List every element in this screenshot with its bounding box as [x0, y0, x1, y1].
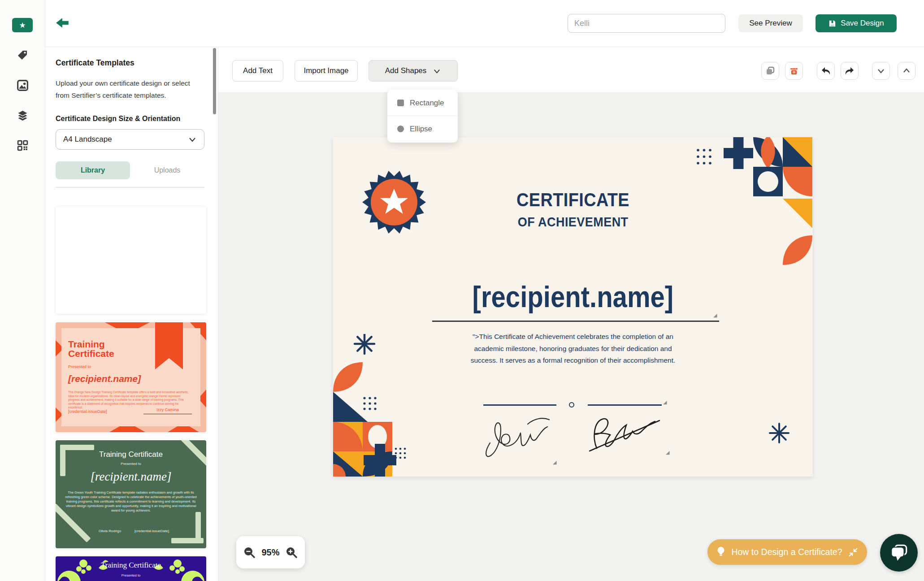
certificate-canvas[interactable]: CERTIFICATE OF ACHIEVEMENT [recipient.na…: [333, 137, 813, 477]
star-logo-icon[interactable]: ★: [12, 18, 33, 32]
template-thumb-orange-training[interactable]: Training Certificate Presented to [recip…: [56, 322, 206, 432]
orange-template-date: [credential.issueDate]: [68, 409, 107, 414]
collapse-icon: [848, 547, 859, 558]
library-uploads-tabs: Library Uploads: [56, 161, 204, 179]
rectangle-shape-icon: [397, 100, 404, 106]
signature-line-left[interactable]: [483, 404, 556, 406]
chat-bubbles-icon: [889, 542, 909, 563]
orange-template-title: Training Certificate: [68, 339, 114, 358]
see-preview-button[interactable]: See Preview: [738, 14, 803, 32]
chat-button[interactable]: [880, 534, 918, 572]
redo-button[interactable]: [841, 62, 859, 80]
duplicate-icon: [765, 66, 775, 76]
green-template-signer: Olivia Rodrigo: [99, 529, 121, 533]
save-design-label: Save Design: [841, 19, 884, 28]
add-text-label: Add Text: [243, 66, 273, 75]
size-select-value: A4 Landscape: [63, 135, 112, 144]
save-design-button[interactable]: Save Design: [816, 14, 897, 32]
icon-rail: ★: [0, 0, 45, 581]
ellipse-shape-icon: [397, 126, 404, 132]
zoom-level: 95%: [261, 547, 279, 558]
add-shapes-button[interactable]: Add Shapes: [369, 60, 458, 82]
import-image-button[interactable]: Import Image: [295, 60, 358, 82]
green-decor-bar: [195, 512, 201, 543]
grid-icon[interactable]: [16, 139, 29, 152]
design-name-input[interactable]: [568, 14, 725, 33]
signature-right[interactable]: [584, 409, 667, 456]
orange-template-body: The Orange New Design Training Certifica…: [68, 390, 190, 410]
panel-title: Certificate Templates: [56, 58, 134, 68]
tab-uploads[interactable]: Uploads: [130, 161, 204, 179]
signature-line-right[interactable]: [588, 404, 662, 406]
menu-item-ellipse[interactable]: Ellipse: [387, 116, 458, 142]
undo-icon: [820, 65, 831, 76]
trash-icon: [789, 66, 799, 76]
resize-handle[interactable]: ◢: [663, 400, 667, 405]
ellipse-label: Ellipse: [410, 125, 432, 134]
template-thumb-blank[interactable]: [56, 207, 206, 314]
chevron-down-icon: [876, 66, 885, 75]
certificate-description[interactable]: ">This Certificate of Achievement celebr…: [333, 331, 813, 367]
help-label: How to Design a Certificate?: [731, 547, 842, 557]
import-image-label: Import Image: [304, 66, 348, 75]
size-select[interactable]: A4 Landscape: [56, 129, 204, 150]
orange-template-presented: Presented to: [68, 364, 91, 369]
certificate-subtitle[interactable]: OF ACHIEVEMENT: [333, 214, 813, 230]
tag-icon[interactable]: [16, 48, 29, 62]
undo-button[interactable]: [817, 62, 835, 80]
asterisk-decor: [769, 423, 790, 443]
add-shapes-label: Add Shapes: [385, 66, 427, 75]
signature-dot: [569, 402, 574, 408]
save-icon: [828, 19, 837, 28]
purple-template-presented: Presented to: [56, 573, 206, 577]
move-down-button[interactable]: [872, 62, 890, 80]
tab-uploads-label: Uploads: [154, 166, 181, 174]
tab-library-label: Library: [81, 166, 105, 174]
redo-icon: [844, 65, 855, 76]
image-icon[interactable]: [16, 78, 29, 92]
rectangle-label: Rectangle: [410, 99, 444, 108]
chevron-down-icon: [433, 67, 441, 75]
panel-description: Upload your own certificate design or se…: [56, 77, 205, 101]
see-preview-label: See Preview: [749, 19, 792, 28]
add-shapes-menu: Rectangle Ellipse: [387, 90, 458, 143]
description-line: ">This Certificate of Achievement celebr…: [333, 331, 813, 343]
description-line: success. It serves as a formal recogniti…: [333, 355, 813, 367]
templates-panel: Certificate Templates Upload your own ce…: [45, 47, 218, 581]
chevron-up-icon: [902, 66, 911, 75]
move-up-button[interactable]: [898, 62, 915, 80]
signature-left[interactable]: [481, 412, 555, 463]
help-button[interactable]: How to Design a Certificate?: [707, 539, 867, 565]
resize-handle[interactable]: ◢: [713, 313, 717, 318]
certificate-designer-app: { "colors": { "brand_green": "#15795B", …: [0, 0, 924, 581]
zoom-out-icon[interactable]: [243, 546, 256, 559]
add-text-button[interactable]: Add Text: [232, 60, 283, 82]
certificate-recipient-text[interactable]: [recipient.name]: [333, 280, 813, 314]
template-thumb-green-training[interactable]: Training Certificate Presented to [recip…: [56, 440, 206, 548]
chevron-down-icon: [188, 135, 197, 144]
lightbulb-icon: [716, 546, 726, 559]
delete-button[interactable]: [785, 62, 803, 80]
zoom-in-icon[interactable]: [286, 546, 298, 559]
green-template-title: Training Certificate: [56, 450, 206, 459]
green-template-date: [credential.issueDate]: [134, 529, 169, 533]
menu-item-rectangle[interactable]: Rectangle: [387, 90, 458, 116]
panel-divider: [56, 187, 204, 187]
layers-icon[interactable]: [16, 108, 29, 122]
orange-template-signer: Izzy Camina: [143, 408, 192, 414]
duplicate-button[interactable]: [761, 62, 779, 80]
panel-scrollbar[interactable]: [213, 48, 216, 114]
template-thumb-purple-training[interactable]: Training Certificate Presented to: [56, 556, 206, 581]
purple-template-title: Training Certificate: [56, 561, 206, 570]
recipient-underline: [432, 321, 719, 322]
certificate-title[interactable]: CERTIFICATE: [333, 189, 813, 211]
orange-template-recipient: [recipient.name]: [68, 373, 141, 384]
tab-library[interactable]: Library: [56, 161, 130, 179]
green-template-presented: Presented to: [56, 462, 206, 466]
zoom-controls: 95%: [236, 536, 305, 568]
canvas-toolbar: Add Text Import Image Add Shapes: [218, 47, 924, 93]
green-template-body: The Green Youth Training Certificate tem…: [64, 490, 198, 513]
topbar: See Preview Save Design: [45, 0, 924, 47]
back-arrow-icon[interactable]: [56, 17, 71, 30]
green-template-recipient: [recipient.name]: [56, 470, 206, 484]
